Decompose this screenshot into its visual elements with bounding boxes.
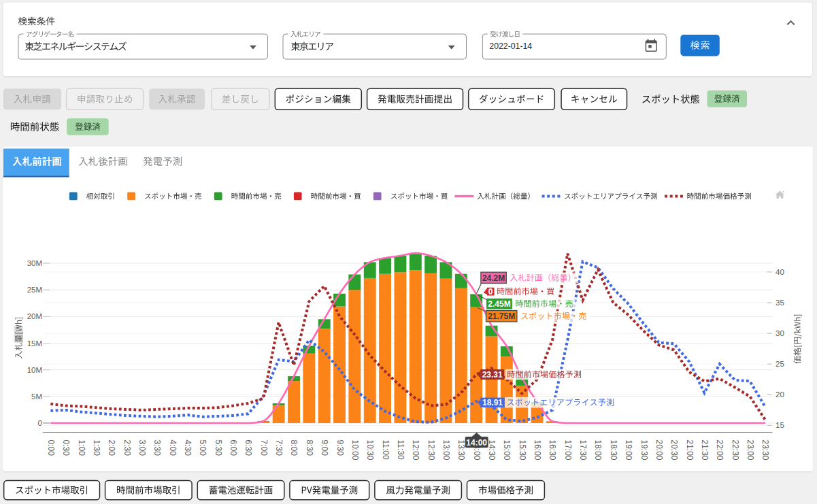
svg-text:24.2M: 24.2M: [482, 273, 505, 283]
svg-text:16:30: 16:30: [548, 440, 557, 460]
svg-text:2022-01-14: 2022-01-14: [489, 41, 532, 51]
svg-text:18:00: 18:00: [593, 440, 603, 460]
svg-text:11:00: 11:00: [381, 440, 390, 460]
svg-text:15:00: 15:00: [502, 440, 512, 460]
svg-text:5:30: 5:30: [214, 440, 223, 456]
svg-text:16:00: 16:00: [533, 440, 542, 460]
svg-text:18.91: 18.91: [482, 398, 503, 407]
svg-text:15: 15: [776, 421, 784, 429]
svg-text:19:30: 19:30: [639, 440, 649, 460]
svg-text:1:00: 1:00: [77, 440, 86, 456]
svg-text:13:00: 13:00: [441, 440, 451, 460]
svg-text:0: 0: [488, 287, 493, 297]
svg-text:4:30: 4:30: [183, 440, 193, 456]
svg-text:17:00: 17:00: [563, 440, 573, 460]
svg-text:2:00: 2:00: [107, 440, 116, 456]
svg-text:7:30: 7:30: [274, 440, 284, 456]
svg-text:30: 30: [776, 329, 784, 337]
svg-text:35: 35: [776, 299, 784, 307]
svg-text:7:00: 7:00: [259, 440, 269, 456]
svg-text:13:30: 13:30: [456, 440, 466, 460]
svg-text:25M: 25M: [27, 286, 42, 294]
svg-text:20: 20: [776, 390, 784, 399]
svg-text:0:30: 0:30: [61, 440, 71, 456]
svg-text:10M: 10M: [27, 366, 42, 374]
svg-text:40: 40: [776, 268, 784, 276]
svg-text:22:30: 22:30: [731, 440, 740, 460]
svg-text:3:00: 3:00: [137, 440, 147, 456]
svg-text:20M: 20M: [27, 312, 42, 320]
svg-text:3:30: 3:30: [152, 440, 162, 456]
svg-text:6:30: 6:30: [244, 440, 253, 456]
svg-text:18:30: 18:30: [609, 440, 618, 460]
svg-text:4:00: 4:00: [168, 440, 178, 456]
svg-text:23:00: 23:00: [746, 440, 755, 460]
svg-text:19:00: 19:00: [624, 440, 633, 460]
svg-text:23.31: 23.31: [482, 370, 503, 380]
svg-text:21.75M: 21.75M: [488, 312, 515, 321]
svg-text:14:30: 14:30: [487, 440, 497, 460]
svg-text:5:00: 5:00: [198, 440, 207, 456]
svg-text:23:30: 23:30: [761, 440, 770, 460]
svg-text:22:00: 22:00: [715, 440, 724, 460]
svg-text:11:30: 11:30: [396, 440, 405, 460]
svg-text:2:30: 2:30: [122, 440, 132, 456]
svg-text:5M: 5M: [31, 392, 42, 401]
svg-text:30M: 30M: [27, 259, 42, 267]
svg-text:9:30: 9:30: [335, 440, 345, 456]
svg-text:6:00: 6:00: [229, 440, 238, 456]
svg-text:21:30: 21:30: [700, 440, 710, 460]
svg-text:8:30: 8:30: [305, 440, 314, 456]
svg-text:12:30: 12:30: [427, 440, 436, 460]
svg-text:15M: 15M: [27, 339, 42, 348]
svg-text:2.45M: 2.45M: [488, 299, 510, 309]
svg-text:8:00: 8:00: [289, 440, 299, 456]
svg-text:14:00: 14:00: [466, 438, 487, 448]
svg-text:12:00: 12:00: [411, 440, 420, 460]
svg-text:9:00: 9:00: [320, 440, 329, 456]
svg-text:0: 0: [38, 419, 42, 427]
svg-text:10:30: 10:30: [365, 440, 375, 460]
svg-text:15:30: 15:30: [518, 440, 527, 460]
svg-text:0:00: 0:00: [46, 440, 56, 456]
svg-text:17:30: 17:30: [578, 440, 588, 460]
svg-text:25: 25: [776, 360, 784, 368]
svg-text:20:00: 20:00: [654, 440, 664, 460]
svg-text:10:00: 10:00: [350, 440, 360, 460]
svg-text:1:30: 1:30: [92, 440, 101, 456]
svg-text:20:30: 20:30: [669, 440, 679, 460]
svg-text:21:00: 21:00: [685, 440, 695, 460]
